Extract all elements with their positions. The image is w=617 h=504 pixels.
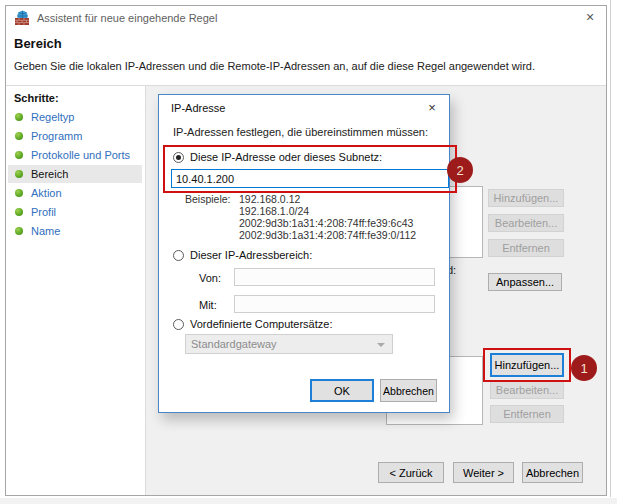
predefined-select: Standardgateway	[185, 334, 393, 354]
sidebar-item-protokolle-und-ports[interactable]: Protokolle und Ports	[8, 146, 142, 164]
remote-remove-button: Entfernen	[490, 405, 564, 423]
next-button[interactable]: Weiter >	[453, 462, 514, 483]
local-edit-button: Bearbeiten...	[488, 214, 564, 232]
page-description: Geben Sie die lokalen IP-Adressen und di…	[14, 60, 535, 72]
window-title: Assistent für neue eingehende Regel	[37, 12, 217, 24]
local-remove-button: Entfernen	[488, 239, 564, 257]
dialog-title: IP-Adresse	[171, 102, 225, 114]
steps-heading: Schritte:	[14, 92, 59, 104]
dialog-cancel-button[interactable]: Abbrechen	[380, 379, 437, 402]
annotation-badge-1: 1	[571, 355, 597, 381]
step-bullet-icon	[15, 227, 23, 235]
page-title: Bereich	[14, 36, 62, 51]
range-to-input	[234, 295, 435, 313]
dialog-close-icon[interactable]: ×	[423, 99, 441, 117]
sidebar-item-label: Name	[31, 225, 60, 237]
sidebar-item-label: Protokolle und Ports	[31, 149, 130, 161]
example-ip: 192.168.0.12	[239, 193, 300, 205]
step-bullet-icon	[15, 151, 23, 159]
range-to-label: Mit:	[199, 299, 217, 311]
remote-edit-button: Bearbeiten...	[490, 381, 564, 399]
page-bottom-strip	[0, 498, 617, 504]
sidebar-item-profil[interactable]: Profil	[8, 203, 142, 221]
sidebar-item-label: Programm	[31, 130, 82, 142]
chevron-down-icon	[377, 343, 385, 347]
step-bullet-icon	[15, 208, 23, 216]
titlebar: Assistent für neue eingehende Regel ×	[6, 6, 606, 29]
ok-button[interactable]: OK	[310, 379, 374, 402]
sidebar-item-label: Aktion	[31, 187, 62, 199]
wizard-window: Assistent für neue eingehende Regel × Be…	[5, 5, 607, 496]
predefined-radio[interactable]	[173, 319, 184, 330]
sidebar-item-bereich[interactable]: Bereich	[8, 165, 142, 183]
annotation-rect-1	[483, 348, 571, 382]
annotation-rect-2	[163, 145, 457, 193]
sidebar-item-label: Profil	[31, 206, 56, 218]
sidebar-item-name[interactable]: Name	[8, 222, 142, 240]
step-bullet-icon	[15, 132, 23, 140]
example-ip: 192.168.1.0/24	[239, 205, 309, 217]
sidebar-item-regeltyp[interactable]: Regeltyp	[8, 108, 142, 126]
annotation-badge-2: 2	[447, 157, 473, 183]
steps-sidebar: Schritte: Regeltyp Programm Protokolle u…	[6, 86, 146, 495]
local-add-button: Hinzufügen...	[488, 189, 564, 207]
example-ip: 2002:9d3b:1a31:4:208:74ff:fe39:0/112	[239, 229, 416, 241]
back-button[interactable]: < Zurück	[378, 462, 444, 483]
range-radio-label: Dieser IP-Adressbereich:	[190, 249, 312, 261]
customize-button[interactable]: Anpassen...	[488, 273, 562, 291]
range-from-label: Von:	[199, 272, 221, 284]
step-bullet-icon	[15, 170, 23, 178]
range-radio[interactable]	[173, 250, 184, 261]
sidebar-item-label: Bereich	[31, 168, 68, 180]
predefined-select-value: Standardgateway	[191, 338, 277, 350]
step-bullet-icon	[15, 113, 23, 121]
predefined-radio-label: Vordefinierte Computersätze:	[190, 318, 332, 330]
example-ip: 2002:9d3b:1a31:4:208:74ff:fe39:6c43	[239, 217, 413, 229]
background-window-edge	[610, 0, 611, 497]
close-icon[interactable]: ×	[580, 8, 600, 26]
cancel-button[interactable]: Abbrechen	[522, 462, 583, 483]
examples-label: Beispiele:	[185, 193, 231, 205]
step-bullet-icon	[15, 189, 23, 197]
wizard-header: Bereich Geben Sie die lokalen IP-Adresse…	[6, 29, 606, 86]
sidebar-item-aktion[interactable]: Aktion	[8, 184, 142, 202]
firewall-icon	[14, 10, 30, 26]
sidebar-item-programm[interactable]: Programm	[8, 127, 142, 145]
dialog-instruction: IP-Adressen festlegen, die übereinstimme…	[173, 126, 428, 138]
range-from-input	[234, 268, 435, 286]
ip-address-dialog: IP-Adresse × IP-Adressen festlegen, die …	[158, 94, 450, 413]
sidebar-item-label: Regeltyp	[31, 111, 74, 123]
